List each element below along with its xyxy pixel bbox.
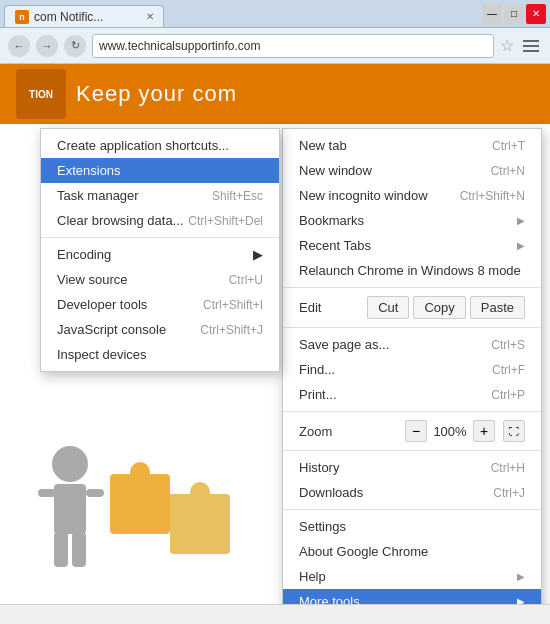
create-shortcuts-label: Create application shortcuts... xyxy=(57,138,229,153)
submenu-item-inspect-devices[interactable]: Inspect devices xyxy=(41,342,279,367)
menu-item-relaunch[interactable]: Relaunch Chrome in Windows 8 mode xyxy=(283,258,541,283)
task-manager-shortcut: Shift+Esc xyxy=(212,189,263,203)
divider-1 xyxy=(283,287,541,288)
new-tab-label: New tab xyxy=(299,138,347,153)
zoom-value: 100% xyxy=(431,424,469,439)
downloads-shortcut: Ctrl+J xyxy=(493,486,525,500)
incognito-shortcut: Ctrl+Shift+N xyxy=(460,189,525,203)
menu-item-save-page[interactable]: Save page as... Ctrl+S xyxy=(283,332,541,357)
menu-line-1 xyxy=(523,40,539,42)
minimize-button[interactable]: — xyxy=(482,4,502,24)
find-shortcut: Ctrl+F xyxy=(492,363,525,377)
menu-item-downloads[interactable]: Downloads Ctrl+J xyxy=(283,480,541,505)
more-tools-arrow: ▶ xyxy=(517,596,525,604)
menu-item-print[interactable]: Print... Ctrl+P xyxy=(283,382,541,407)
zoom-out-button[interactable]: − xyxy=(405,420,427,442)
submenu-item-clear-browsing[interactable]: Clear browsing data... Ctrl+Shift+Del xyxy=(41,208,279,233)
encoding-arrow: ▶ xyxy=(253,247,263,262)
incognito-label: New incognito window xyxy=(299,188,428,203)
new-window-label: New window xyxy=(299,163,372,178)
menu-item-recent-tabs[interactable]: Recent Tabs ▶ xyxy=(283,233,541,258)
submenu-item-javascript-console[interactable]: JavaScript console Ctrl+Shift+J xyxy=(41,317,279,342)
active-tab[interactable]: n com Notific... ✕ xyxy=(4,5,164,27)
help-label: Help xyxy=(299,569,326,584)
task-manager-label: Task manager xyxy=(57,188,139,203)
status-bar xyxy=(0,604,550,624)
edit-row: Edit Cut Copy Paste xyxy=(283,292,541,323)
paste-button[interactable]: Paste xyxy=(470,296,525,319)
back-button[interactable]: ← xyxy=(8,35,30,57)
tab-close-icon[interactable]: ✕ xyxy=(143,10,157,24)
submenu-item-encoding[interactable]: Encoding ▶ xyxy=(41,242,279,267)
cut-button[interactable]: Cut xyxy=(367,296,409,319)
menu-item-find[interactable]: Find... Ctrl+F xyxy=(283,357,541,382)
menu-line-3 xyxy=(523,50,539,52)
inspect-devices-label: Inspect devices xyxy=(57,347,147,362)
submenu-item-create-shortcuts[interactable]: Create application shortcuts... xyxy=(41,133,279,158)
menu-item-help[interactable]: Help ▶ xyxy=(283,564,541,589)
menu-item-more-tools[interactable]: More tools ▶ xyxy=(283,589,541,604)
about-chrome-label: About Google Chrome xyxy=(299,544,428,559)
menu-item-bookmarks[interactable]: Bookmarks ▶ xyxy=(283,208,541,233)
print-shortcut: Ctrl+P xyxy=(491,388,525,402)
view-source-shortcut: Ctrl+U xyxy=(229,273,263,287)
fullscreen-button[interactable]: ⛶ xyxy=(503,420,525,442)
menu-line-2 xyxy=(523,45,539,47)
save-page-label: Save page as... xyxy=(299,337,389,352)
svg-rect-9 xyxy=(170,494,230,554)
svg-point-7 xyxy=(130,462,150,482)
submenu-item-view-source[interactable]: View source Ctrl+U xyxy=(41,267,279,292)
bookmarks-label: Bookmarks xyxy=(299,213,364,228)
bookmarks-arrow: ▶ xyxy=(517,215,525,226)
bookmark-icon[interactable]: ☆ xyxy=(500,36,514,55)
menu-item-settings[interactable]: Settings xyxy=(283,514,541,539)
menu-item-new-window[interactable]: New window Ctrl+N xyxy=(283,158,541,183)
reload-button[interactable]: ↻ xyxy=(64,35,86,57)
svg-point-10 xyxy=(190,482,210,502)
zoom-controls: − 100% + ⛶ xyxy=(405,420,525,442)
tab-title: com Notific... xyxy=(34,10,103,24)
relaunch-label: Relaunch Chrome in Windows 8 mode xyxy=(299,263,521,278)
submenu-divider xyxy=(41,237,279,238)
help-arrow: ▶ xyxy=(517,571,525,582)
menu-item-new-tab[interactable]: New tab Ctrl+T xyxy=(283,133,541,158)
submenu-item-extensions[interactable]: Extensions xyxy=(41,158,279,183)
svg-rect-4 xyxy=(54,532,68,567)
settings-label: Settings xyxy=(299,519,346,534)
page-content: TION Keep your com xyxy=(0,64,550,604)
zoom-in-button[interactable]: + xyxy=(473,420,495,442)
recent-tabs-label: Recent Tabs xyxy=(299,238,371,253)
copy-button[interactable]: Copy xyxy=(413,296,465,319)
javascript-console-shortcut: Ctrl+Shift+J xyxy=(200,323,263,337)
menu-item-incognito[interactable]: New incognito window Ctrl+Shift+N xyxy=(283,183,541,208)
page-header: TION Keep your com xyxy=(0,64,550,124)
svg-rect-2 xyxy=(38,489,56,497)
page-header-text: Keep your com xyxy=(76,81,237,107)
submenu-item-developer-tools[interactable]: Developer tools Ctrl+Shift+I xyxy=(41,292,279,317)
chrome-dropdown-menu: New tab Ctrl+T New window Ctrl+N New inc… xyxy=(282,128,542,604)
history-shortcut: Ctrl+H xyxy=(491,461,525,475)
menu-item-about-chrome[interactable]: About Google Chrome xyxy=(283,539,541,564)
browser-window: n com Notific... ✕ — □ ✕ ← → ↻ www.techn… xyxy=(0,0,550,624)
svg-rect-6 xyxy=(110,474,170,534)
close-button[interactable]: ✕ xyxy=(526,4,546,24)
svg-rect-3 xyxy=(86,489,104,497)
zoom-row: Zoom − 100% + ⛶ xyxy=(283,416,541,446)
svg-point-0 xyxy=(52,446,88,482)
divider-4 xyxy=(283,450,541,451)
more-tools-label: More tools xyxy=(299,594,360,604)
forward-button[interactable]: → xyxy=(36,35,58,57)
print-label: Print... xyxy=(299,387,337,402)
chrome-menu-button[interactable] xyxy=(520,35,542,57)
downloads-label: Downloads xyxy=(299,485,363,500)
tab-favicon: n xyxy=(15,10,29,24)
url-input[interactable]: www.technicalsupportinfo.com xyxy=(92,34,494,58)
menu-item-history[interactable]: History Ctrl+H xyxy=(283,455,541,480)
clear-browsing-label: Clear browsing data... xyxy=(57,213,183,228)
maximize-button[interactable]: □ xyxy=(504,4,524,24)
url-text: www.technicalsupportinfo.com xyxy=(99,39,260,53)
svg-rect-1 xyxy=(54,484,86,534)
submenu-item-task-manager[interactable]: Task manager Shift+Esc xyxy=(41,183,279,208)
view-source-label: View source xyxy=(57,272,128,287)
title-bar: n com Notific... ✕ — □ ✕ xyxy=(0,0,550,28)
